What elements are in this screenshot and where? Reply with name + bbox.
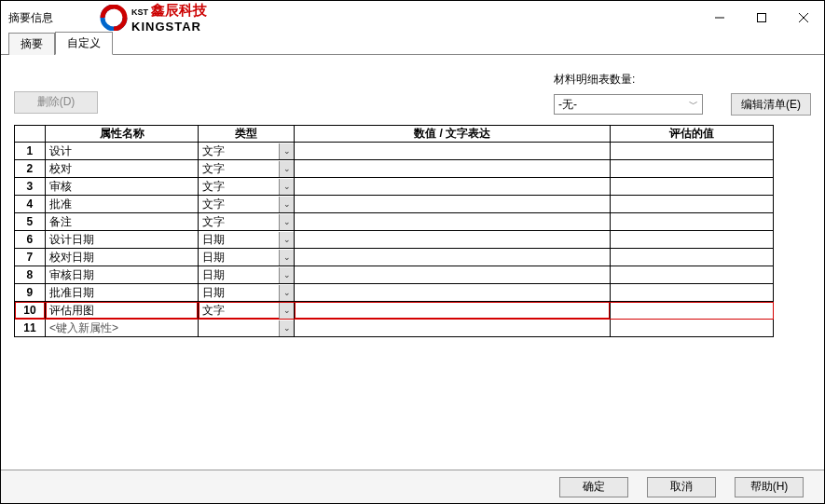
cell-type[interactable]: 文字⌄ [199,213,295,231]
cell-eval [611,160,774,178]
cell-eval [611,249,774,266]
cell-value[interactable] [295,213,611,231]
bom-label: 材料明细表数量: [554,72,635,88]
chevron-down-icon[interactable]: ⌄ [279,267,294,283]
cell-name[interactable]: 校对 [45,160,198,178]
window-controls [698,4,824,32]
cell-eval [611,284,774,302]
table-row[interactable]: 11<键入新属性>⌄ [15,320,774,337]
row-number: 2 [15,160,46,178]
tab-strip: 摘要 自定义 [1,34,824,55]
row-number: 6 [15,231,46,249]
cell-type[interactable]: ⌄ [199,320,295,337]
cell-value[interactable] [295,302,611,320]
chevron-down-icon[interactable]: ⌄ [279,250,294,266]
cell-type[interactable]: 文字⌄ [199,143,295,160]
table-row[interactable]: 3审核文字⌄ [15,178,774,196]
cell-type[interactable]: 文字⌄ [199,160,295,178]
row-number: 10 [15,302,46,320]
cell-name[interactable]: 设计 [45,143,198,160]
window-title: 摘要信息 [8,10,53,26]
table-row[interactable]: 9批准日期日期⌄ [15,284,774,302]
chevron-down-icon[interactable]: ⌄ [279,285,294,301]
row-number: 11 [15,320,46,337]
cell-eval [611,231,774,249]
chevron-down-icon[interactable]: ⌄ [279,303,294,319]
cell-type[interactable]: 日期⌄ [199,266,295,284]
chevron-down-icon: ﹀ [689,98,698,111]
cell-type[interactable]: 文字⌄ [199,302,295,320]
cell-eval [611,178,774,196]
chevron-down-icon[interactable]: ⌄ [279,143,294,159]
minimize-button[interactable] [698,4,740,32]
cell-name[interactable]: 设计日期 [45,231,198,249]
table-row[interactable]: 2校对文字⌄ [15,160,774,178]
cell-type[interactable]: 日期⌄ [199,284,295,302]
cell-type[interactable]: 日期⌄ [199,231,295,249]
chevron-down-icon[interactable]: ⌄ [279,161,294,177]
cell-type[interactable]: 日期⌄ [199,249,295,266]
table-row[interactable]: 1设计文字⌄ [15,143,774,160]
cell-value[interactable] [295,266,611,284]
cell-eval [611,213,774,231]
logo-small: KST [131,7,148,17]
cell-value[interactable] [295,178,611,196]
svg-rect-1 [757,14,765,22]
logo-cn: 鑫辰科技 [151,2,207,18]
tab-custom[interactable]: 自定义 [55,32,113,55]
chevron-down-icon[interactable]: ⌄ [279,232,294,248]
cell-value[interactable] [295,249,611,266]
row-number: 8 [15,266,46,284]
delete-button[interactable]: 删除(D) [14,91,98,114]
cell-name[interactable]: <键入新属性> [45,320,198,337]
cell-value[interactable] [295,160,611,178]
tab-summary[interactable]: 摘要 [8,33,55,55]
ok-button[interactable]: 确定 [559,477,628,497]
cell-value[interactable] [295,231,611,249]
cell-name[interactable]: 校对日期 [45,249,198,266]
edit-list-button[interactable]: 编辑清单(E) [731,93,811,116]
table-row[interactable]: 8审核日期日期⌄ [15,266,774,284]
table-row[interactable]: 10评估用图文字⌄ [15,302,774,320]
table-row[interactable]: 7校对日期日期⌄ [15,249,774,266]
cell-name[interactable]: 备注 [45,213,198,231]
cell-type[interactable]: 文字⌄ [199,178,295,196]
column-value: 数值 / 文字表达 [295,126,611,143]
cell-eval [611,320,774,337]
table-row[interactable]: 6设计日期日期⌄ [15,231,774,249]
cancel-button[interactable]: 取消 [647,477,716,497]
cell-value[interactable] [295,320,611,337]
chevron-down-icon[interactable]: ⌄ [279,179,294,195]
properties-table: 属性名称 类型 数值 / 文字表达 评估的值 1设计文字⌄2校对文字⌄3审核文字… [14,125,774,337]
logo: KST 鑫辰科技 KINGSTAR [100,2,207,34]
cell-name[interactable]: 审核 [45,178,198,196]
cell-value[interactable] [295,196,611,213]
cell-eval [611,196,774,213]
chevron-down-icon[interactable]: ⌄ [279,214,294,230]
bom-select-value: -无- [558,97,577,113]
cell-type[interactable]: 文字⌄ [199,196,295,213]
bom-select[interactable]: -无- ﹀ [554,94,703,115]
column-type: 类型 [199,126,295,143]
titlebar: 摘要信息 KST 鑫辰科技 KINGSTAR [1,1,824,34]
chevron-down-icon[interactable]: ⌄ [279,197,294,212]
logo-en: KINGSTAR [131,20,207,34]
row-number: 9 [15,284,46,302]
cell-value[interactable] [295,143,611,160]
cell-name[interactable]: 批准日期 [45,284,198,302]
cell-name[interactable]: 批准 [45,196,198,213]
close-button[interactable] [782,4,824,32]
cell-value[interactable] [295,284,611,302]
maximize-button[interactable] [740,4,782,32]
cell-name[interactable]: 评估用图 [45,302,198,320]
table-row[interactable]: 4批准文字⌄ [15,196,774,213]
row-number: 7 [15,249,46,266]
column-eval: 评估的值 [611,126,774,143]
cell-name[interactable]: 审核日期 [45,266,198,284]
chevron-down-icon[interactable]: ⌄ [279,320,294,336]
table-row[interactable]: 5备注文字⌄ [15,213,774,231]
cell-eval [611,266,774,284]
row-number: 5 [15,213,46,231]
help-button[interactable]: 帮助(H) [735,477,804,497]
row-number: 4 [15,196,46,213]
